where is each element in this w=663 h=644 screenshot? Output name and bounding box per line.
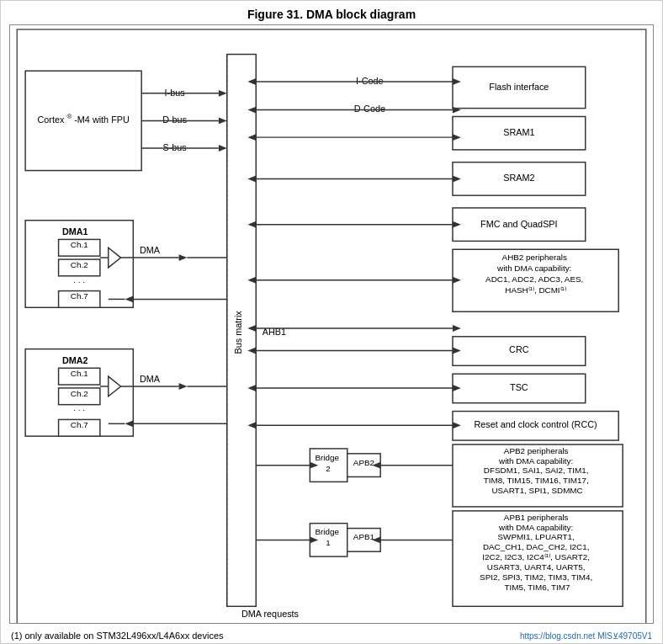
svg-marker-1 xyxy=(219,90,227,97)
fmc-label: FMC and QuadSPI xyxy=(480,219,557,229)
footer-area: (1) only available on STM32L496xx/L4A6xx… xyxy=(1,628,662,643)
svg-marker-3 xyxy=(219,117,227,124)
apb2-label: APB2 xyxy=(353,458,374,467)
sbus-label: S-bus xyxy=(162,142,187,152)
dma2-label: DMA2 xyxy=(62,355,88,365)
diagram-area: Cortex ® -M4 with FPU I-bus D-bus S-bus … xyxy=(9,24,654,624)
dma1-label: DMA1 xyxy=(62,226,88,237)
dcode-label: D-Code xyxy=(354,104,385,114)
svg-marker-5 xyxy=(219,145,227,152)
dma2-dots: · · · xyxy=(73,406,85,415)
dma1-dots: · · · xyxy=(73,277,85,286)
crc-label: CRC xyxy=(509,344,529,354)
footer-note: (1) only available on STM32L496xx/L4A6xx… xyxy=(11,631,224,641)
page-container: Figure 31. DMA block diagram Cortex ® -M… xyxy=(0,0,663,644)
svg-marker-26 xyxy=(179,254,188,261)
dbus-label: D-bus xyxy=(162,114,187,125)
rcc-label: Reset and clock control (RCC) xyxy=(474,419,597,429)
dma2-ch2-label: Ch.2 xyxy=(71,389,88,398)
dma2-ch7-label: Ch.7 xyxy=(71,420,88,429)
flash-label: Flash interface xyxy=(489,82,549,92)
ibus-label: I-bus xyxy=(165,88,186,98)
bus-matrix-label: Bus matrix xyxy=(233,311,243,354)
tsc-label: TSC xyxy=(510,382,528,392)
svg-marker-32 xyxy=(453,325,461,332)
dma2-ch1-label: Ch.1 xyxy=(71,369,88,378)
footer-right: https://blog.csdn.net MIS⊻49705V1 xyxy=(520,631,652,641)
figure-title: Figure 31. DMA block diagram xyxy=(1,1,662,24)
dma1-dma-label: DMA xyxy=(140,245,161,255)
sram2-label: SRAM2 xyxy=(503,173,534,183)
dma2-dma-label: DMA xyxy=(140,374,161,384)
dma1-ch1-label: Ch.1 xyxy=(71,240,88,249)
icode-label: I-Code xyxy=(356,76,384,86)
apb1-label: APB1 xyxy=(353,532,374,541)
dma1-ch7-label: Ch.7 xyxy=(71,291,88,301)
dma-requests-label: DMA requests xyxy=(241,609,300,619)
sram1-label: SRAM1 xyxy=(503,127,534,137)
svg-marker-45 xyxy=(179,383,188,390)
dma1-ch2-label: Ch.2 xyxy=(71,260,88,269)
